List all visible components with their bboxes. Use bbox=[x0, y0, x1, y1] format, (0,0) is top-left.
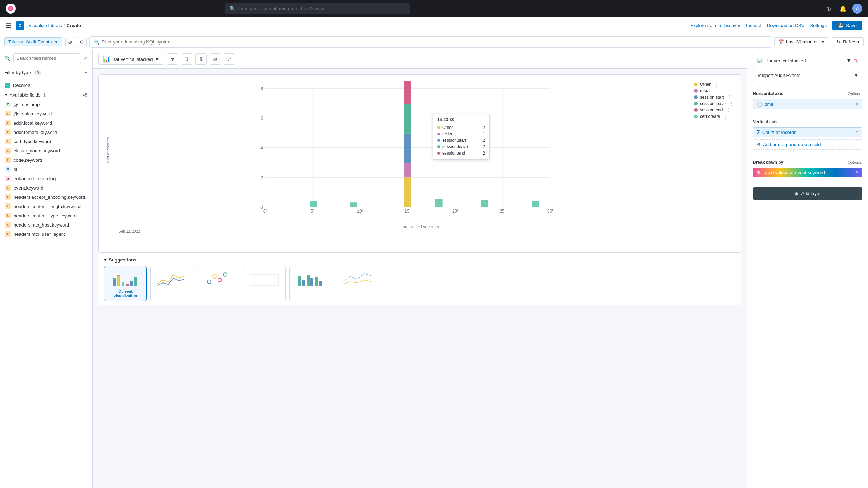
flip-toolbar-icon[interactable]: ⇅ bbox=[195, 53, 207, 65]
legend-more-icon[interactable]: ⋮ bbox=[714, 82, 718, 87]
legend-item[interactable]: session.leave⋮ bbox=[694, 101, 734, 106]
legend-more-icon[interactable]: ⋮ bbox=[729, 101, 734, 106]
bar[interactable] bbox=[350, 202, 357, 207]
field-item[interactable]: tcode.keyword bbox=[0, 155, 92, 165]
svg-rect-29 bbox=[117, 275, 120, 276]
panel-chart-dropdown-icon[interactable]: ▼ bbox=[846, 58, 851, 63]
time-picker[interactable]: 📅 Last 30 minutes ▼ bbox=[774, 37, 830, 46]
refresh-button[interactable]: ↻ Refresh bbox=[832, 37, 864, 46]
inspect-action[interactable]: Inspect bbox=[746, 23, 761, 28]
field-item[interactable]: t@version.keyword bbox=[0, 109, 92, 118]
index-selector[interactable]: Teleport Audit Events ▼ bbox=[4, 37, 62, 46]
field-item[interactable]: tcluster_name.keyword bbox=[0, 146, 92, 155]
menu-icon[interactable]: ☰ bbox=[6, 22, 11, 30]
legend-more-icon[interactable]: ⋮ bbox=[728, 95, 732, 100]
field-item[interactable]: tevent.keyword bbox=[0, 183, 92, 192]
settings-action[interactable]: Settings bbox=[810, 23, 827, 28]
breakdown-pill[interactable]: ⊞ Top 5 values of event.keyword × bbox=[753, 168, 862, 177]
field-item[interactable]: theaders.content_type.keyword bbox=[0, 211, 92, 220]
kql-filter-input[interactable] bbox=[102, 39, 768, 45]
bar[interactable] bbox=[404, 163, 411, 177]
filter-add-icon[interactable]: ⊕ bbox=[65, 37, 75, 47]
bar[interactable] bbox=[310, 201, 317, 207]
vertical-axis-remove[interactable]: × bbox=[856, 129, 858, 135]
expand-toolbar-icon[interactable]: ⤢ bbox=[224, 53, 235, 65]
suggestion-card[interactable] bbox=[197, 266, 239, 301]
field-name: cluster_name.keyword bbox=[14, 148, 60, 154]
svg-point-35 bbox=[213, 275, 216, 278]
field-item[interactable]: T@timestamp bbox=[0, 100, 92, 109]
field-item[interactable]: theaders.http_host.keyword bbox=[0, 220, 92, 229]
available-fields-header[interactable]: ▾ Available fields ℹ 45 bbox=[0, 90, 92, 100]
suggestion-card[interactable]: Current visualization bbox=[104, 266, 147, 301]
field-item[interactable]: benhanced_recording bbox=[0, 174, 92, 183]
search-fields-input[interactable] bbox=[13, 53, 81, 63]
legend-item[interactable]: Other⋮ bbox=[694, 82, 734, 87]
tooltip-row: session.end2 bbox=[437, 150, 485, 156]
user-avatar[interactable]: A bbox=[852, 4, 862, 14]
legend-more-icon[interactable]: ⋮ bbox=[715, 88, 719, 93]
svg-text:2: 2 bbox=[260, 175, 263, 180]
field-type-icon: t bbox=[5, 148, 11, 154]
global-search-input[interactable] bbox=[238, 6, 405, 11]
breakdown-remove[interactable]: × bbox=[856, 170, 859, 175]
panel-chart-type-selector[interactable]: 📊 Bar vertical stacked ▼ ✎ bbox=[753, 55, 862, 66]
notifications-icon[interactable]: 🔔 bbox=[838, 4, 848, 14]
horizontal-axis-pill[interactable]: 🕐 time × bbox=[753, 99, 862, 109]
chart-type-selector[interactable]: 📊 Bar vertical stacked ▼ bbox=[98, 54, 164, 65]
bar[interactable] bbox=[404, 81, 411, 104]
field-item[interactable]: tcert_type.keyword bbox=[0, 137, 92, 146]
legend-more-icon[interactable]: ⋮ bbox=[726, 108, 730, 113]
filter-options-icon[interactable]: ⚙ bbox=[77, 37, 87, 47]
field-item[interactable]: taddr.local.keyword bbox=[0, 118, 92, 128]
add-layer-button[interactable]: ⊕ Add layer bbox=[753, 187, 862, 200]
save-button[interactable]: 💾 Save bbox=[832, 21, 862, 30]
breadcrumb-library[interactable]: Visualize Library bbox=[29, 23, 62, 28]
horizontal-axis-remove[interactable]: × bbox=[856, 101, 858, 107]
suggestion-card[interactable] bbox=[150, 266, 193, 301]
field-name: enhanced_recording bbox=[14, 176, 56, 181]
legend-dot bbox=[694, 89, 698, 93]
bar[interactable] bbox=[404, 177, 411, 207]
cursor-toolbar-icon[interactable]: ⊕ bbox=[210, 53, 221, 65]
field-name: headers.http_user_agent bbox=[14, 232, 65, 237]
records-item[interactable]: ≡ Records bbox=[0, 81, 92, 90]
suggestions-collapse-icon: ▾ bbox=[104, 257, 107, 263]
explore-action[interactable]: Explore data in Discover bbox=[690, 23, 740, 28]
bar[interactable] bbox=[404, 104, 411, 134]
download-action[interactable]: Download as CSV bbox=[767, 23, 805, 28]
sort-toolbar-icon[interactable]: ⇅ bbox=[181, 53, 192, 65]
suggestions-header[interactable]: ▾ Suggestions bbox=[104, 257, 735, 263]
help-icon[interactable]: ⊕ bbox=[824, 4, 834, 14]
elastic-logo[interactable] bbox=[6, 4, 16, 14]
bar[interactable] bbox=[435, 199, 443, 207]
suggestion-card[interactable] bbox=[243, 266, 286, 301]
legend-more-icon[interactable]: ⋮ bbox=[724, 114, 728, 119]
bar[interactable] bbox=[532, 201, 539, 207]
field-item[interactable]: theaders.content_length.keyword bbox=[0, 202, 92, 211]
legend-item[interactable]: session.end⋮ bbox=[694, 108, 734, 113]
field-item[interactable]: theaders.http_user_agent bbox=[0, 229, 92, 239]
suggestion-card[interactable] bbox=[336, 266, 378, 301]
bar[interactable] bbox=[481, 200, 488, 207]
legend-label: resize bbox=[700, 88, 711, 93]
panel-data-source[interactable]: Teleport Audit Events ▼ bbox=[753, 70, 862, 81]
vertical-axis-pill[interactable]: Σ Count of records × bbox=[753, 127, 862, 137]
bar[interactable] bbox=[404, 134, 411, 163]
svg-point-0 bbox=[8, 6, 14, 11]
field-item[interactable]: theaders.accept_encoding.keyword bbox=[0, 192, 92, 202]
add-field-button[interactable]: ⊕ Add or drag-and-drop a field bbox=[753, 139, 862, 150]
clear-search-icon[interactable]: ✕ bbox=[84, 56, 88, 61]
field-item[interactable]: #ei bbox=[0, 165, 92, 174]
suggestion-card[interactable] bbox=[289, 266, 332, 301]
global-search[interactable]: 🔍 bbox=[225, 3, 410, 14]
field-item[interactable]: taddr.remote.keyword bbox=[0, 128, 92, 137]
filter-toolbar-icon[interactable]: ▼ bbox=[167, 53, 178, 65]
legend-item[interactable]: cert.create⋮ bbox=[694, 114, 734, 119]
tooltip-label: session.leave bbox=[442, 144, 480, 149]
filter-by-type[interactable]: Filter by type 0 ▼ bbox=[0, 67, 92, 78]
legend-item[interactable]: session.start⋮ bbox=[694, 95, 734, 100]
panel-chart-edit-icon[interactable]: ✎ bbox=[854, 58, 858, 63]
svg-rect-30 bbox=[122, 282, 124, 286]
legend-item[interactable]: resize⋮ bbox=[694, 88, 734, 93]
